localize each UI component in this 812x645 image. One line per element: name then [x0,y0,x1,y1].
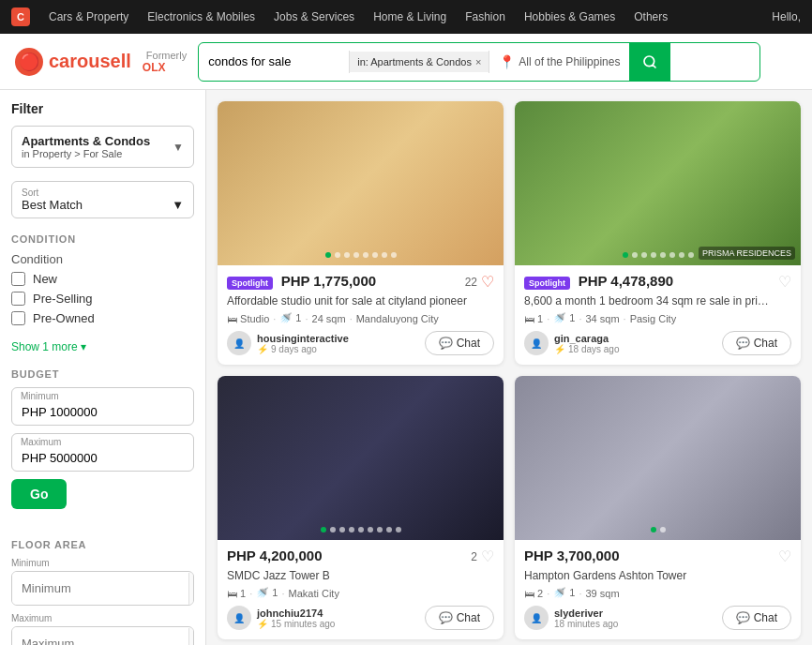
listing-price-area: Spotlight PHP 1,775,000 [227,273,376,289]
condition-preowned[interactable]: Pre-Owned [11,311,194,325]
chat-label: Chat [754,337,777,350]
condition-preselling[interactable]: Pre-Selling [11,292,194,306]
listing-baths: 🚿 1 [553,312,575,324]
img-dot [321,527,326,532]
img-dot [377,527,383,532]
chat-button[interactable]: 💬 Chat [425,606,494,630]
img-dot [339,527,345,532]
img-dot [325,252,331,258]
img-dot [651,252,656,258]
nav-electronics[interactable]: Electronics & Mobiles [147,10,255,23]
img-dot [679,252,684,258]
search-input[interactable] [199,47,349,76]
boost-icon: ⚡ [257,344,268,354]
condition-checkboxes: Condition New Pre-Selling Pre-Owned [11,252,194,325]
logo-area: 🔴 carousell Formerly OLX [15,48,187,76]
listing-title: SMDC Jazz Tower B [227,569,494,582]
go-button[interactable]: Go [11,479,67,509]
floor-max-input[interactable] [12,627,188,645]
sort-select[interactable]: Best Match ▼ [22,198,184,212]
body-layout: Filter Apartments & Condos in Property >… [0,90,812,645]
listing-meta: 🛏 1·🚿 1·34 sqm·Pasig City [524,312,791,324]
filter-category[interactable]: Apartments & Condos in Property > For Sa… [11,126,194,168]
search-tag-close[interactable]: × [475,56,481,68]
chat-button[interactable]: 💬 Chat [425,331,494,355]
listing-img-dots [623,252,694,258]
listing-type: 🛏 1 [524,313,543,324]
boost-icon: ⚡ [554,344,565,354]
heart-icon[interactable]: ♡ [778,273,791,291]
chat-button[interactable]: 💬 Chat [722,331,791,355]
condition-preowned-checkbox[interactable] [11,311,25,325]
chat-icon: 💬 [736,337,750,350]
nav-fashion[interactable]: Fashion [465,10,505,23]
condition-preselling-checkbox[interactable] [11,292,25,306]
logo-text: carousell [49,51,131,72]
listing-title: 8,600 a month 1 bedroom 34 sqm re sale i… [524,294,791,308]
floor-min-group: Minimum sqm [11,558,194,606]
img-dot [688,252,694,258]
sort-group[interactable]: Sort Best Match ▼ [11,181,194,218]
listing-price: PHP 4,478,890 [579,273,673,289]
sort-value: Best Match [22,198,83,212]
listing-card[interactable]: PHP 3,700,000 ♡ Hampton Gardens Ashton T… [515,376,801,639]
search-tag: in: Apartments & Condos × [350,52,489,72]
img-dot [372,252,378,258]
seller-avatar: 👤 [227,331,251,355]
spotlight-badge: Spotlight [227,277,273,290]
heart-icon[interactable]: ♡ [778,548,791,565]
seller-name: johnchiu2174 [257,608,335,619]
listing-footer: 👤 slyderiver 18 minutes ago 💬 Chat [524,606,791,630]
budget-min-group: Minimum [11,387,194,426]
chat-icon: 💬 [439,337,453,350]
nav-home-living[interactable]: Home & Living [373,10,446,23]
listing-card[interactable]: PHP 4,200,000 2 ♡ SMDC Jazz Tower B 🛏 1·… [218,376,504,639]
floor-min-input[interactable] [12,572,188,605]
floor-max-group: Maximum sqm [11,613,194,645]
heart-icon[interactable]: ♡ [481,273,494,291]
heart-icon[interactable]: ♡ [481,548,494,565]
seller-avatar: 👤 [524,331,549,355]
nav-jobs[interactable]: Jobs & Services [274,10,354,23]
listing-price-area: Spotlight PHP 4,478,890 [524,273,673,289]
show-more-condition[interactable]: Show 1 more ▾ [11,340,194,353]
listing-image [515,376,801,540]
sidebar: Filter Apartments & Condos in Property >… [0,90,206,645]
listing-footer: 👤 housinginteractive ⚡ 9 days ago 💬 Chat [227,331,494,355]
nav-cars-property[interactable]: Cars & Property [49,10,128,23]
img-dot [660,527,666,532]
listing-baths: 🚿 1 [256,587,278,599]
listing-meta: 🛏 2·🚿 1·39 sqm [524,587,791,599]
condition-new[interactable]: New [11,272,194,286]
listing-card[interactable]: PRISMA RESIDENCES Spotlight PHP 4,478,89… [515,101,801,365]
floor-max-wrapper: sqm [11,626,194,645]
listing-img-dots [321,527,401,532]
img-dot [353,252,359,258]
chat-icon: 💬 [439,611,453,624]
listing-size: 24 sqm [312,313,346,324]
floor-area-section: Minimum sqm Maximum sqm [11,558,194,645]
condition-new-checkbox[interactable] [11,272,25,286]
chat-button[interactable]: 💬 Chat [722,606,791,630]
listing-likes: 2 [471,550,477,563]
seller-name: gin_caraga [554,333,620,344]
search-button[interactable] [629,43,670,81]
listing-price-area: PHP 4,200,000 [227,548,322,563]
listing-price: PHP 1,775,000 [281,273,376,289]
listing-meta: 🛏 1·🚿 1·Makati City [227,587,494,599]
img-dot [363,252,368,258]
nav-others[interactable]: Others [634,10,668,23]
seller-info: 👤 slyderiver 18 minutes ago [524,606,618,630]
img-dot [344,252,350,258]
listing-footer: 👤 johnchiu2174 ⚡ 15 minutes ago 💬 Chat [227,606,494,630]
condition-preselling-label: Pre-Selling [33,292,93,306]
floor-min-unit: sqm [188,573,194,605]
listing-card[interactable]: Spotlight PHP 1,775,000 22 ♡ Affordable … [218,101,504,365]
nav-hobbies[interactable]: Hobbies & Games [524,10,615,23]
listing-body: PHP 4,200,000 2 ♡ SMDC Jazz Tower B 🛏 1·… [218,540,504,639]
condition-preowned-label: Pre-Owned [33,311,95,325]
listing-baths: 🚿 1 [279,312,301,324]
seller-info: 👤 gin_caraga ⚡ 18 days ago [524,331,620,355]
seller-time: ⚡ 15 minutes ago [257,619,335,629]
img-dot [669,252,675,258]
